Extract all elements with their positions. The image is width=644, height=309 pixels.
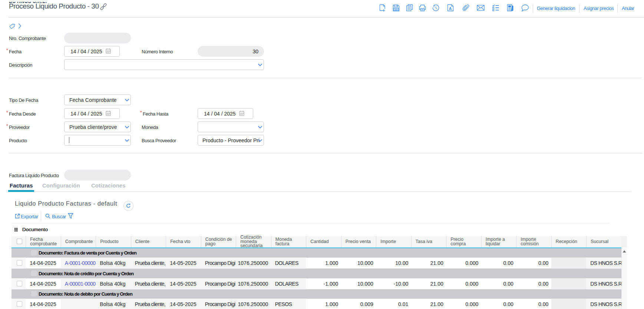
svg-text:A: A [449, 7, 452, 11]
